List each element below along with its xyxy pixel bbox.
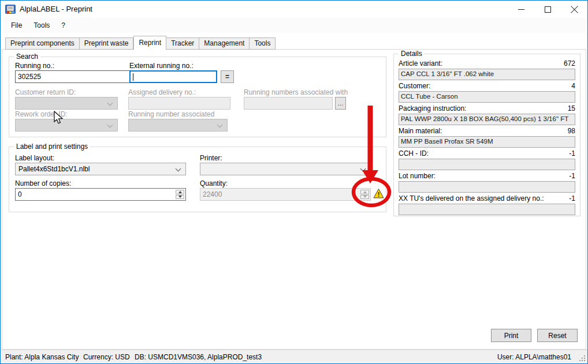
chevron-down-icon xyxy=(107,100,113,106)
detail-value-box xyxy=(399,204,575,215)
details-row: Article variant:672 CAP CCL 1 3/16" FT .… xyxy=(399,59,575,80)
detail-value-box xyxy=(399,181,575,193)
running-number-associated-label: Running number associated xyxy=(128,110,214,118)
quantity-stepper: 22400 xyxy=(200,188,371,201)
details-row: Customer:4 CCL Tube - Carson xyxy=(399,82,575,103)
title-bar: AlplaLABEL - Preprint xyxy=(1,1,587,18)
tab-tools[interactable]: Tools xyxy=(250,37,276,50)
detail-value-box xyxy=(399,159,575,170)
running-numbers-associated-with-label: Running numbers associated with xyxy=(244,88,348,96)
details-group: Details Article variant:672 CAP CCL 1 3/… xyxy=(393,54,580,216)
running-number-associated-select xyxy=(128,119,228,132)
number-of-copies-stepper[interactable]: 0 xyxy=(15,188,186,201)
customer-return-id-label: Customer return ID: xyxy=(15,88,76,96)
assigned-delivery-no-label: Assigned delivery no.: xyxy=(128,88,196,96)
printer-select[interactable] xyxy=(200,163,371,175)
detail-id: -1 xyxy=(569,149,575,158)
reset-button[interactable]: Reset xyxy=(537,329,578,342)
detail-id: 672 xyxy=(564,59,575,68)
details-row: Packaging instruction:15 PAL WWP 2800u X… xyxy=(399,104,575,125)
detail-value-box: MM PP Basell Profax SR 549M xyxy=(399,136,575,148)
detail-value-box: PAL WWP 2800u X 18 BOX BAG(50,400 pcs) 1… xyxy=(399,114,575,125)
detail-label: Article variant: xyxy=(399,59,442,68)
close-button[interactable] xyxy=(561,1,587,18)
external-running-no-equals-button[interactable]: = xyxy=(221,70,234,83)
quantity-label: Quantity: xyxy=(200,179,228,187)
spin-up-button xyxy=(360,190,369,194)
label-layout-select[interactable]: Pallet4x6Std1bcV1.nlbl xyxy=(15,163,186,175)
label-layout-label: Label layout: xyxy=(15,154,54,162)
arrow-up-icon xyxy=(363,191,367,193)
details-row: Main material:98 MM PP Basell Profax SR … xyxy=(399,127,575,148)
number-of-copies-label: Number of copies: xyxy=(15,179,71,187)
resize-grip[interactable] xyxy=(579,355,586,362)
svg-text:!: ! xyxy=(378,191,380,198)
customer-return-id-select xyxy=(15,97,118,110)
minimize-icon xyxy=(518,9,524,10)
arrow-down-icon xyxy=(363,196,367,198)
detail-id: -1 xyxy=(569,172,575,181)
running-numbers-associated-with-input xyxy=(244,97,333,110)
app-window: AlplaLABEL - Preprint File Tools ? Prepr… xyxy=(0,0,588,364)
print-button[interactable]: Print xyxy=(491,329,531,342)
menu-bar: File Tools ? xyxy=(1,18,587,33)
tab-tracker[interactable]: Tracker xyxy=(166,37,199,50)
chevron-down-icon xyxy=(176,166,181,172)
arrow-down-icon xyxy=(178,196,182,198)
menu-item-tools[interactable]: Tools xyxy=(28,18,55,32)
minimize-button[interactable] xyxy=(508,1,534,18)
status-currency: Currency: USD xyxy=(83,353,130,361)
chevron-down-icon xyxy=(360,166,366,172)
close-icon xyxy=(571,6,578,13)
chevron-down-icon xyxy=(217,122,223,128)
app-icon xyxy=(5,4,16,14)
detail-value-box: CAP CCL 1 3/16" FT .062 white xyxy=(399,69,575,80)
detail-id: -1 xyxy=(569,194,575,203)
maximize-button[interactable] xyxy=(534,1,561,18)
spin-up-button[interactable] xyxy=(176,190,184,194)
details-group-title: Details xyxy=(399,50,425,58)
detail-label: Lot number: xyxy=(399,172,436,181)
status-plant: Plant: Alpla Kansas City xyxy=(5,353,79,361)
label-print-settings-title: Label and print settings xyxy=(14,142,90,151)
browse-button[interactable]: ... xyxy=(335,97,346,110)
detail-id: 15 xyxy=(568,104,575,113)
label-print-settings-group: Label and print settings Label layout: P… xyxy=(9,147,386,212)
menu-item-file[interactable]: File xyxy=(5,18,28,32)
detail-label: Main material: xyxy=(399,127,442,136)
external-running-no-input[interactable] xyxy=(129,70,217,83)
status-db: DB: USMCD1VMS036, AlplaPROD_test3 xyxy=(135,353,262,361)
text-caret xyxy=(133,73,133,81)
spin-down-button[interactable] xyxy=(176,195,184,200)
tab-reprint[interactable]: Reprint xyxy=(133,36,166,50)
arrow-up-icon xyxy=(178,191,182,193)
warning-icon: ! xyxy=(373,188,384,199)
rework-order-id-label: Rework order ID: xyxy=(15,110,68,118)
assigned-delivery-no-input xyxy=(128,97,230,110)
status-bar: Plant: Alpla Kansas City Currency: USD D… xyxy=(1,350,587,363)
tab-strip: Preprint components Preprint waste Repri… xyxy=(5,36,276,50)
detail-label: XX TU's delivered on the assigned delive… xyxy=(399,194,544,203)
menu-item-help[interactable]: ? xyxy=(55,18,71,32)
details-row: CCH - ID:-1 xyxy=(399,149,575,170)
detail-label: CCH - ID: xyxy=(399,149,429,158)
details-list: Article variant:672 CAP CCL 1 3/16" FT .… xyxy=(399,59,575,217)
detail-label: Packaging instruction: xyxy=(399,104,466,113)
running-no-label: Running no.: xyxy=(15,62,54,70)
detail-id: 4 xyxy=(571,82,575,91)
rework-order-id-select xyxy=(15,119,118,132)
detail-value-box: CCL Tube - Carson xyxy=(399,91,575,103)
external-running-no-label: External running no.: xyxy=(129,62,193,70)
detail-label: Customer: xyxy=(399,82,430,91)
detail-id: 98 xyxy=(568,127,575,136)
maximize-icon xyxy=(545,6,551,13)
details-row: XX TU's delivered on the assigned delive… xyxy=(399,194,575,215)
tab-preprint-waste[interactable]: Preprint waste xyxy=(80,37,134,50)
details-row: Lot number:-1 xyxy=(399,172,575,193)
tab-preprint-components[interactable]: Preprint components xyxy=(5,37,80,50)
printer-label: Printer: xyxy=(200,154,222,162)
search-group: Search Running no.: 302525 = External ru… xyxy=(9,57,386,137)
window-title: AlplaLABEL - Preprint xyxy=(20,5,92,13)
tab-management[interactable]: Management xyxy=(199,37,250,50)
chevron-down-icon xyxy=(107,122,113,128)
